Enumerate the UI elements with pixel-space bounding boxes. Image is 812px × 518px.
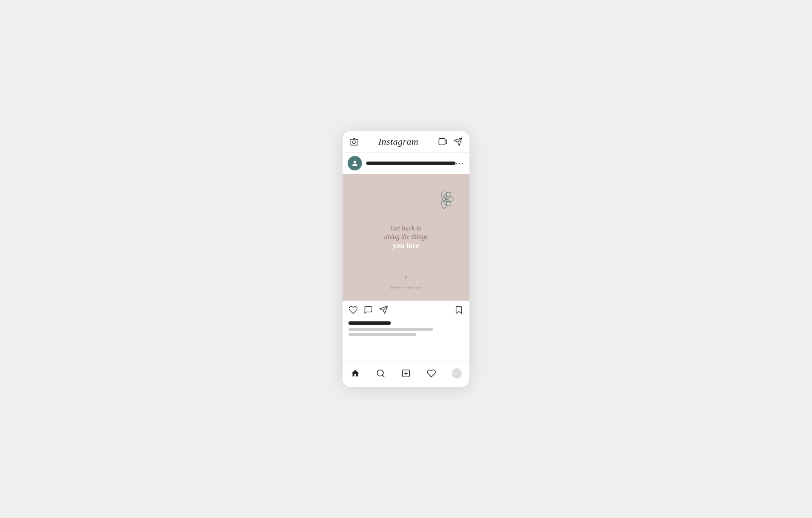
- post-spacer: [343, 340, 469, 361]
- svg-point-1: [353, 141, 355, 143]
- top-bar-right: [438, 137, 463, 146]
- post-text: Get back to doing the things you love: [384, 225, 428, 250]
- instagram-phone-mockup: Instagram ···: [343, 131, 469, 387]
- svg-line-23: [382, 375, 384, 377]
- nav-search[interactable]: [373, 366, 388, 381]
- nav-activity[interactable]: [424, 366, 439, 381]
- post-image: Get back to doing the things you love @u…: [343, 174, 469, 301]
- svg-rect-2: [439, 139, 445, 145]
- app-title: Instagram: [379, 136, 419, 147]
- like-button[interactable]: [348, 305, 358, 315]
- igtv-icon[interactable]: [438, 137, 447, 146]
- brand-bottom: @udnervillagephysio: [390, 274, 422, 289]
- svg-rect-0: [350, 140, 358, 145]
- bookmark-button[interactable]: [454, 305, 464, 315]
- post-text-line2: doing the things: [384, 233, 428, 241]
- brand-handle: @udnervillagephysio: [390, 286, 422, 289]
- nav-home[interactable]: [348, 366, 363, 381]
- camera-icon[interactable]: [349, 137, 359, 146]
- profile-avatar: [452, 368, 462, 378]
- nav-profile[interactable]: [449, 366, 464, 381]
- caption-line-2: [348, 333, 416, 336]
- post-meta: [343, 319, 469, 340]
- action-icons-left: [348, 305, 454, 315]
- flower-decoration: [431, 186, 457, 212]
- svg-point-11: [443, 198, 445, 200]
- nav-add[interactable]: [398, 366, 414, 381]
- brand-icon: [401, 274, 411, 284]
- avatar[interactable]: [348, 156, 362, 170]
- bottom-nav: [343, 361, 469, 387]
- comment-button[interactable]: [364, 305, 373, 315]
- action-bar: [343, 301, 469, 319]
- likes-text: [348, 321, 391, 325]
- send-icon[interactable]: [453, 137, 463, 146]
- username-bar: [366, 162, 455, 165]
- more-options-button[interactable]: ···: [455, 159, 464, 167]
- share-button[interactable]: [379, 305, 388, 315]
- top-bar: Instagram: [343, 131, 469, 153]
- post-text-line3: you love: [384, 241, 428, 250]
- svg-point-5: [354, 161, 356, 163]
- caption-line-1: [348, 328, 433, 331]
- post-text-line1: Get back to: [384, 225, 428, 232]
- post-header: ···: [343, 153, 469, 174]
